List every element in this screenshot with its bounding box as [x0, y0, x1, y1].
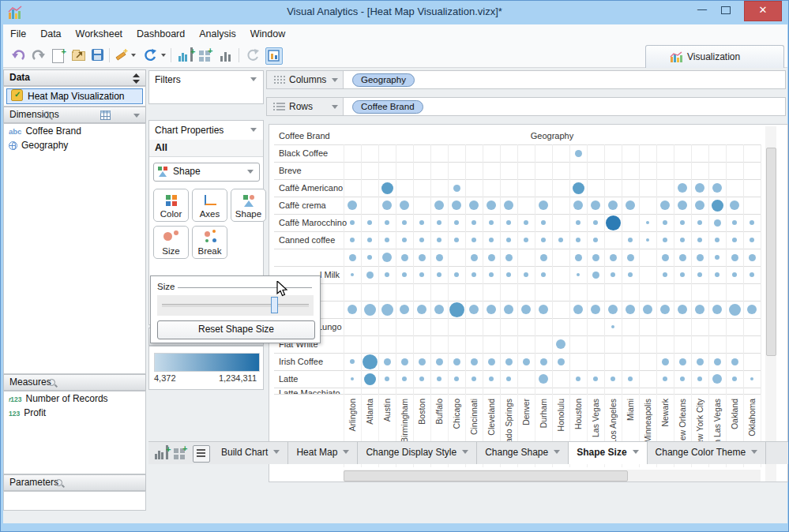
data-bubble[interactable]	[419, 254, 426, 261]
data-bubble[interactable]	[663, 272, 667, 277]
maximize-button[interactable]	[714, 1, 738, 20]
data-bubble[interactable]	[488, 358, 495, 365]
data-bubble[interactable]	[541, 238, 546, 242]
data-bubble[interactable]	[558, 238, 563, 242]
data-bubble[interactable]	[419, 220, 424, 225]
title-bar[interactable]: Visual Analytics - [Heat Map Visualizati…	[1, 1, 788, 24]
row-label[interactable]: Canned coffee	[279, 235, 335, 245]
data-bubble[interactable]	[419, 272, 424, 277]
data-bubble[interactable]	[402, 220, 407, 225]
data-bubble[interactable]	[489, 377, 494, 381]
data-bubble[interactable]	[679, 254, 686, 261]
color-button[interactable]: Color	[153, 189, 189, 222]
chart-properties-dropdown-icon[interactable]	[250, 128, 257, 132]
data-bubble[interactable]	[575, 150, 582, 157]
data-bubble[interactable]	[505, 358, 513, 365]
data-bubble[interactable]	[714, 358, 721, 365]
data-bubble[interactable]	[350, 238, 355, 242]
filters-dropdown-icon[interactable]	[250, 77, 257, 81]
data-bubble[interactable]	[591, 200, 600, 210]
data-bubble[interactable]	[384, 358, 391, 365]
data-bubble[interactable]	[714, 219, 721, 227]
data-bubble[interactable]	[469, 200, 479, 210]
data-bubble[interactable]	[591, 305, 600, 314]
row-label[interactable]: Black Coffee	[279, 148, 328, 159]
size-button[interactable]: Size	[153, 226, 189, 259]
tab-visualization[interactable]: Visualization	[645, 45, 784, 68]
data-bubble[interactable]	[573, 305, 583, 314]
data-bubble[interactable]	[385, 272, 389, 277]
data-bubble[interactable]	[608, 305, 618, 314]
menu-file[interactable]: File	[3, 24, 33, 39]
sort-updown-icon[interactable]	[133, 73, 140, 84]
data-bubble[interactable]	[750, 238, 754, 242]
menu-analysis[interactable]: Analysis	[192, 24, 243, 39]
data-bubble[interactable]	[732, 220, 737, 225]
data-bubble[interactable]	[678, 200, 687, 210]
data-source-item[interactable]: Heat Map Visualization	[6, 88, 143, 104]
data-bubble[interactable]	[712, 183, 722, 193]
row-label[interactable]: Latte	[279, 374, 298, 384]
data-bubble[interactable]	[662, 358, 669, 365]
data-bubble[interactable]	[730, 200, 739, 210]
data-bubble[interactable]	[750, 377, 753, 380]
data-bubble[interactable]	[366, 272, 374, 279]
data-bubble[interactable]	[419, 358, 426, 365]
dimensions-dropdown-icon[interactable]	[133, 114, 140, 118]
data-bubble[interactable]	[349, 254, 356, 261]
size-slider[interactable]	[157, 295, 314, 316]
data-bubble[interactable]	[592, 272, 599, 279]
data-bubble[interactable]	[489, 220, 494, 225]
data-bubble[interactable]	[663, 220, 667, 225]
data-bubble[interactable]	[573, 200, 583, 210]
data-bubble[interactable]	[608, 200, 618, 210]
data-bubble[interactable]	[628, 377, 633, 381]
data-bubble[interactable]	[472, 377, 476, 381]
data-bubble[interactable]	[401, 358, 408, 365]
data-bubble[interactable]	[472, 272, 476, 277]
data-bubble[interactable]	[627, 254, 634, 261]
minimize-button[interactable]: —	[690, 1, 714, 20]
data-bubble[interactable]	[385, 238, 389, 242]
dimension-item[interactable]: abcCoffee Brand	[4, 124, 145, 138]
data-bubble[interactable]	[367, 220, 372, 225]
data-bubble[interactable]	[436, 358, 443, 365]
data-bubble[interactable]	[697, 358, 704, 365]
data-bubble[interactable]	[556, 339, 565, 349]
data-bubble[interactable]	[660, 200, 670, 210]
measure-item[interactable]: 123Profit	[4, 406, 145, 420]
data-bubble[interactable]	[541, 220, 546, 225]
data-bubble[interactable]	[469, 305, 479, 314]
data-bubble[interactable]	[593, 238, 598, 242]
data-bubble[interactable]	[593, 220, 598, 225]
tab-dropdown-icon[interactable]	[273, 450, 280, 454]
data-bubble[interactable]	[402, 238, 407, 242]
row-label-partial[interactable]: Latte Macchiato	[279, 388, 340, 394]
horizontal-scroll-thumb[interactable]	[344, 470, 628, 481]
rows-dropdown-icon[interactable]	[332, 105, 338, 109]
data-bubble[interactable]	[471, 254, 478, 261]
data-bubble[interactable]	[449, 302, 464, 317]
worksheet-tab-build-chart[interactable]: Build Chart	[213, 442, 288, 464]
data-bubble[interactable]	[472, 238, 476, 242]
data-bubble[interactable]	[749, 254, 756, 261]
menu-window[interactable]: Window	[243, 24, 292, 39]
add-chart-icon[interactable]: +	[177, 47, 193, 63]
data-bubble[interactable]	[506, 377, 511, 381]
data-bubble[interactable]	[385, 220, 389, 225]
reset-shape-size-button[interactable]: Reset Shape Size	[157, 320, 315, 339]
data-bubble[interactable]	[454, 272, 459, 277]
data-bubble[interactable]	[381, 182, 393, 194]
data-bubble[interactable]	[437, 238, 441, 242]
data-bubble[interactable]	[678, 183, 687, 193]
data-bubble[interactable]	[488, 254, 495, 261]
parameters-search-icon[interactable]	[54, 478, 64, 488]
data-bubble[interactable]	[646, 221, 649, 224]
data-bubble[interactable]	[558, 358, 565, 365]
data-bubble[interactable]	[573, 182, 584, 194]
data-bubble[interactable]	[697, 377, 702, 381]
break-button[interactable]: Break	[192, 226, 227, 259]
new-worksheet-icon[interactable]: +	[51, 47, 66, 63]
data-bubble[interactable]	[680, 272, 685, 277]
undo-icon[interactable]	[11, 47, 27, 63]
